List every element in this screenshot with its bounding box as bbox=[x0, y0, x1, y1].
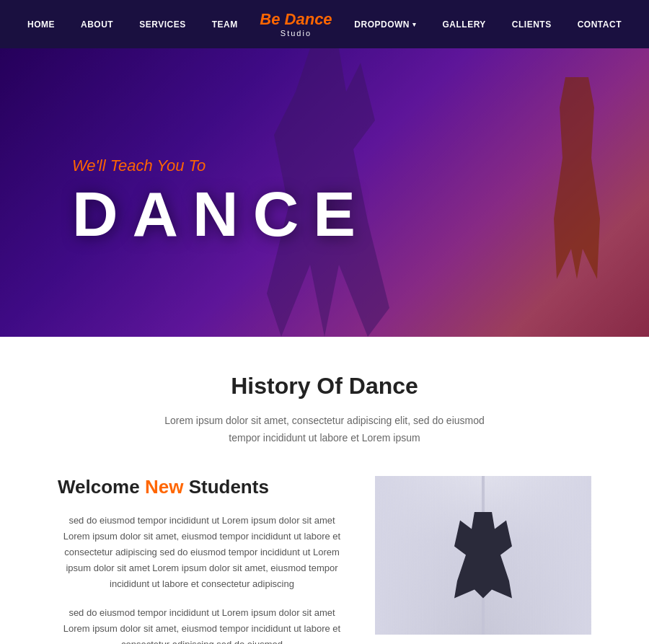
nav-services[interactable]: SERVICES bbox=[126, 19, 198, 30]
nav-right: DROPDOWN ▾ GALLERY CLIENTS CONTACT bbox=[341, 19, 635, 30]
history-title: History Of Dance bbox=[14, 373, 635, 400]
nav-clients[interactable]: CLIENTS bbox=[499, 19, 565, 30]
brand-logo[interactable]: Be Dance Studio bbox=[260, 11, 332, 37]
hero-section: We'll Teach You To DANCE bbox=[0, 48, 649, 337]
navbar: HOME ABOUT SERVICES TEAM Be Dance Studio… bbox=[0, 0, 649, 48]
nav-about[interactable]: ABOUT bbox=[68, 19, 126, 30]
welcome-title: Welcome New Students bbox=[58, 476, 346, 498]
nav-home[interactable]: HOME bbox=[14, 19, 68, 30]
welcome-highlight: New bbox=[145, 476, 183, 498]
chevron-down-icon: ▾ bbox=[412, 21, 417, 28]
history-section: History Of Dance Lorem ipsum dolor sit a… bbox=[0, 337, 649, 644]
nav-gallery[interactable]: GALLERY bbox=[429, 19, 498, 30]
nav-left: HOME ABOUT SERVICES TEAM bbox=[14, 19, 251, 30]
brand-tagline: Studio bbox=[260, 29, 332, 38]
welcome-para-1: sed do eiusmod tempor incididunt ut Lore… bbox=[58, 513, 346, 592]
hero-subtitle: We'll Teach You To bbox=[72, 156, 370, 175]
welcome-dancer-image bbox=[375, 476, 591, 635]
welcome-para-2: sed do eiusmod tempor incididunt ut Lore… bbox=[58, 605, 346, 644]
brand-name: Be Dance bbox=[260, 11, 332, 28]
nav-dropdown[interactable]: DROPDOWN ▾ bbox=[341, 19, 429, 30]
welcome-text-area: Welcome New Students sed do eiusmod temp… bbox=[58, 476, 346, 644]
history-subtitle: Lorem ipsum dolor sit amet, consectetur … bbox=[14, 413, 635, 447]
nav-contact[interactable]: CONTACT bbox=[565, 19, 635, 30]
nav-team[interactable]: TEAM bbox=[199, 19, 251, 30]
hero-text: We'll Teach You To DANCE bbox=[72, 156, 370, 246]
hero-title: DANCE bbox=[72, 182, 370, 246]
welcome-section: Welcome New Students sed do eiusmod temp… bbox=[14, 476, 635, 644]
